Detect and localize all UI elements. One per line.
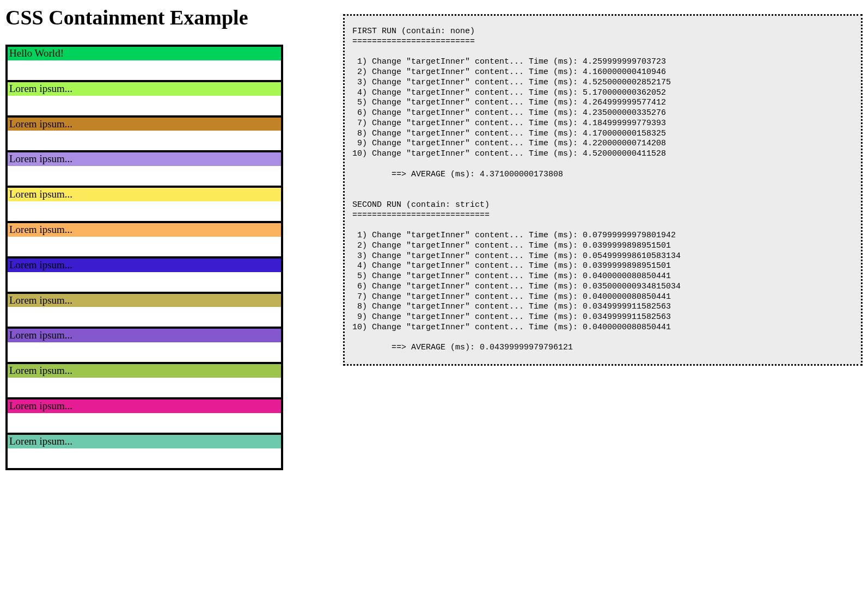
box-header: Lorem ipsum...	[8, 294, 281, 307]
box-body	[8, 342, 281, 362]
box-body	[8, 378, 281, 397]
box-item: Lorem ipsum...	[8, 399, 281, 435]
box-item: Lorem ipsum...	[8, 294, 281, 329]
box-header: Lorem ipsum...	[8, 223, 281, 237]
box-item: Lorem ipsum...	[8, 364, 281, 399]
box-body	[8, 237, 281, 256]
box-header: Lorem ipsum...	[8, 82, 281, 96]
box-item: Lorem ipsum...	[8, 259, 281, 294]
left-column: CSS Containment Example Hello World!Lore…	[5, 5, 283, 470]
box-item: Lorem ipsum...	[8, 435, 281, 470]
output-panel: FIRST RUN (contain: none) ==============…	[343, 14, 863, 366]
box-header: Hello World!	[8, 47, 281, 60]
box-item: Lorem ipsum...	[8, 118, 281, 153]
box-body	[8, 131, 281, 150]
box-header: Lorem ipsum...	[8, 329, 281, 342]
box-body	[8, 60, 281, 80]
box-header: Lorem ipsum...	[8, 364, 281, 378]
box-item: Lorem ipsum...	[8, 152, 281, 188]
box-body	[8, 166, 281, 186]
page-title: CSS Containment Example	[5, 5, 283, 29]
box-item: Lorem ipsum...	[8, 329, 281, 364]
box-header: Lorem ipsum...	[8, 435, 281, 448]
box-body	[8, 272, 281, 292]
box-header: Lorem ipsum...	[8, 188, 281, 201]
box-item: Hello World!	[8, 47, 281, 82]
right-column: FIRST RUN (contain: none) ==============…	[343, 14, 863, 366]
box-body	[8, 448, 281, 468]
box-body	[8, 413, 281, 433]
box-header: Lorem ipsum...	[8, 259, 281, 272]
box-body	[8, 307, 281, 327]
box-body	[8, 201, 281, 221]
box-header: Lorem ipsum...	[8, 399, 281, 413]
box-item: Lorem ipsum...	[8, 188, 281, 223]
box-header: Lorem ipsum...	[8, 118, 281, 131]
box-item: Lorem ipsum...	[8, 82, 281, 118]
box-list: Hello World!Lorem ipsum...Lorem ipsum...…	[5, 45, 283, 470]
box-header: Lorem ipsum...	[8, 152, 281, 166]
box-item: Lorem ipsum...	[8, 223, 281, 259]
box-body	[8, 96, 281, 115]
